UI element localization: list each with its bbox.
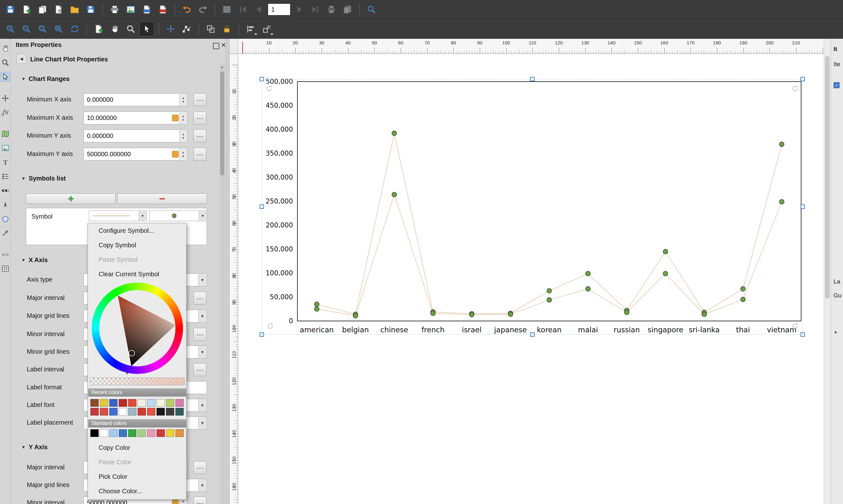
item-visibility-checkbox[interactable]: ✓: [833, 82, 840, 88]
save-project-button[interactable]: [3, 2, 18, 17]
selection-handle[interactable]: [530, 77, 535, 81]
color-swatch[interactable]: [176, 399, 184, 407]
color-swatch[interactable]: [128, 429, 137, 437]
edit-nodes-button[interactable]: [180, 22, 194, 36]
duplicate-layout-button[interactable]: [35, 2, 50, 17]
spin-buttons[interactable]: ▲▼: [179, 94, 187, 106]
color-swatch[interactable]: [109, 399, 118, 407]
new-layout-button[interactable]: [19, 2, 34, 17]
panel-scrollbar[interactable]: ▲: [219, 65, 225, 504]
next-feature-button[interactable]: [292, 2, 306, 17]
section-y-axis[interactable]: ▼ Y Axis: [21, 442, 48, 452]
color-swatch[interactable]: [138, 408, 146, 415]
minimum-y-axis-field[interactable]: 0.000000▲▼: [84, 129, 187, 142]
add-picture-tool[interactable]: [1, 143, 10, 153]
section-x-axis[interactable]: ▼ X Axis: [21, 255, 48, 265]
pan-tool[interactable]: [1, 44, 10, 53]
add-north-arrow-tool[interactable]: [1, 200, 10, 210]
minimum-x-axis-data-defined-button[interactable]: …: [193, 93, 207, 106]
select-item-tool[interactable]: [1, 72, 10, 82]
spin-buttons[interactable]: ▲▼: [179, 130, 187, 142]
previous-feature-button[interactable]: [252, 2, 266, 17]
selection-handle[interactable]: [801, 332, 805, 337]
menu-item-pick-color[interactable]: Pick Color: [88, 469, 186, 484]
minimum-y-axis-data-defined-button[interactable]: …: [193, 129, 207, 142]
redo-button[interactable]: [196, 2, 210, 17]
select-move-item-button[interactable]: [140, 22, 154, 36]
minimum-x-axis-field[interactable]: 0.000000▲▼: [84, 93, 187, 106]
selection-handle[interactable]: [801, 204, 805, 209]
resize-items-button[interactable]: [259, 22, 274, 36]
menu-item-copy-symbol[interactable]: Copy Symbol: [88, 238, 186, 252]
color-swatch[interactable]: [90, 408, 98, 415]
maximum-y-axis-field[interactable]: 500000.000000▲▼: [84, 148, 187, 161]
panel-splitter[interactable]: [226, 39, 230, 504]
color-swatch[interactable]: [166, 408, 174, 415]
color-swatch[interactable]: [166, 399, 174, 407]
menu-item-choose-color[interactable]: Choose Color...: [88, 484, 186, 498]
refresh-view-button[interactable]: [67, 22, 82, 36]
selection-handle[interactable]: [801, 77, 805, 81]
dock-collapse-icon[interactable]: ▼: [833, 330, 838, 335]
color-swatch[interactable]: [90, 399, 98, 407]
marker-symbol-dropdown[interactable]: ▼: [149, 211, 207, 221]
color-swatch[interactable]: [109, 429, 118, 437]
zoom-actual-button[interactable]: [35, 22, 50, 36]
lock-items-button[interactable]: [219, 22, 234, 36]
first-feature-button[interactable]: [236, 2, 250, 17]
add-pages-button[interactable]: [91, 22, 106, 36]
page-number-input[interactable]: 1: [268, 3, 290, 15]
pan-layout-button[interactable]: [107, 22, 122, 36]
color-swatch[interactable]: [109, 408, 118, 415]
color-swatch[interactable]: [157, 429, 165, 437]
minor-interval-data-defined-button[interactable]: …: [193, 497, 207, 504]
dock-tab-label[interactable]: Gu: [833, 292, 841, 299]
zoom-tool-button[interactable]: [124, 22, 138, 36]
dock-tab-label[interactable]: La: [833, 278, 840, 285]
minor-interval-data-defined-button[interactable]: …: [193, 328, 207, 341]
edit-nodes-tool[interactable]: [1, 108, 10, 117]
last-feature-button[interactable]: [308, 2, 323, 17]
color-swatch[interactable]: [100, 429, 108, 437]
scroll-up-icon[interactable]: ▲: [219, 65, 225, 69]
export-svg-button[interactable]: [140, 2, 154, 17]
selection-handle[interactable]: [530, 332, 535, 337]
color-swatch[interactable]: [119, 429, 127, 437]
color-swatch[interactable]: [176, 408, 184, 415]
canvas-scrollbar[interactable]: [824, 39, 831, 504]
preview-atlas-button[interactable]: [219, 2, 234, 17]
zoom-full-button[interactable]: [51, 22, 66, 36]
load-template-button[interactable]: [67, 2, 82, 17]
section-chart-ranges[interactable]: ▼ Chart Ranges: [21, 74, 70, 84]
menu-item-configure-symbol[interactable]: Configure Symbol...: [88, 223, 186, 238]
undock-panel-button[interactable]: [213, 43, 219, 49]
color-swatch[interactable]: [138, 399, 146, 407]
add-attribute-table-tool[interactable]: [1, 264, 10, 273]
color-wheel[interactable]: [92, 283, 183, 374]
add-shape-tool[interactable]: [1, 214, 10, 224]
color-swatch[interactable]: [157, 399, 165, 407]
move-content-tool[interactable]: [1, 93, 10, 103]
print-layout-button[interactable]: [107, 2, 122, 17]
export-image-button[interactable]: [124, 2, 138, 17]
color-swatch[interactable]: [138, 429, 146, 437]
color-swatch[interactable]: [128, 399, 137, 407]
zoom-tool[interactable]: [1, 58, 10, 67]
color-swatch[interactable]: [100, 399, 108, 407]
add-symbol-button[interactable]: [26, 193, 115, 204]
expression-icon[interactable]: [172, 115, 179, 121]
color-swatch[interactable]: [147, 429, 155, 437]
move-item-content-button[interactable]: [163, 22, 178, 36]
scrollbar-thumb[interactable]: [220, 72, 224, 176]
save-template-button[interactable]: [84, 2, 98, 17]
add-legend-tool[interactable]: [1, 172, 10, 181]
maximum-x-axis-field[interactable]: 10.000000▲▼: [84, 111, 187, 124]
expression-icon[interactable]: [172, 500, 179, 504]
color-swatch[interactable]: [90, 429, 98, 437]
close-panel-button[interactable]: ✕: [221, 41, 226, 49]
selection-handle[interactable]: [259, 204, 264, 209]
menu-item-copy-color[interactable]: Copy Color: [88, 440, 186, 455]
maximum-y-axis-data-defined-button[interactable]: …: [193, 148, 207, 161]
color-triangle[interactable]: [92, 283, 183, 374]
color-swatch[interactable]: [119, 408, 127, 415]
